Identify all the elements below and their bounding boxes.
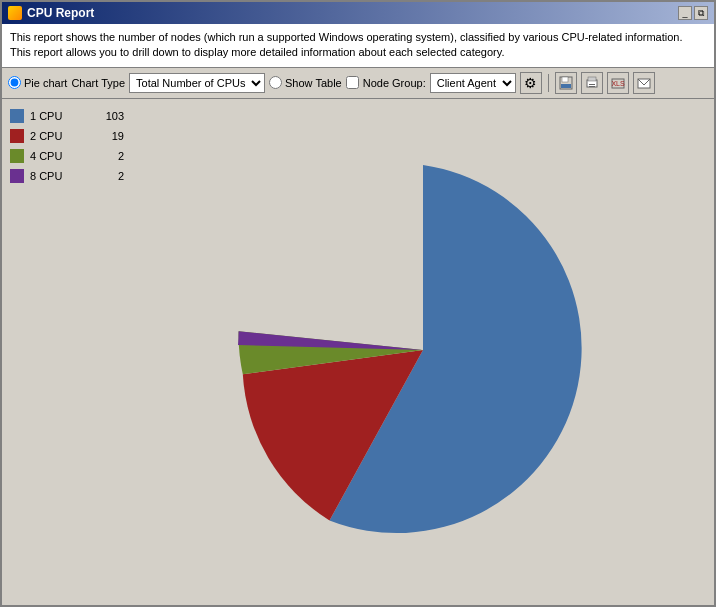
legend-color-2cpu [10, 129, 24, 143]
export-button[interactable]: XLS [607, 72, 629, 94]
title-bar-left: CPU Report [8, 6, 94, 20]
node-group-label: Node Group: [363, 77, 426, 89]
legend-label-2cpu: 2 CPU [30, 130, 93, 142]
save-button[interactable] [555, 72, 577, 94]
content-area: 1 CPU 103 2 CPU 19 4 CPU 2 8 CPU 2 [2, 99, 714, 605]
email-icon [636, 75, 652, 91]
node-group-select[interactable]: Client Agent All Nodes [430, 73, 516, 93]
legend-label-4cpu: 4 CPU [30, 150, 93, 162]
description-text: This report shows the number of nodes (w… [2, 24, 714, 68]
window-icon [8, 6, 22, 20]
legend-label-1cpu: 1 CPU [30, 110, 93, 122]
svg-rect-6 [589, 86, 595, 87]
main-window: CPU Report _ ⧉ This report shows the num… [0, 0, 716, 607]
legend-value-1cpu: 103 [99, 110, 124, 122]
pie-chart-radio[interactable] [8, 76, 21, 89]
title-bar: CPU Report _ ⧉ [2, 2, 714, 24]
email-button[interactable] [633, 72, 655, 94]
pie-chart-radio-group: Pie chart [8, 76, 67, 89]
minimize-button[interactable]: _ [678, 6, 692, 20]
legend-item-8cpu: 8 CPU 2 [10, 169, 124, 183]
show-table-group: Show Table [269, 76, 342, 89]
legend-label-8cpu: 8 CPU [30, 170, 93, 182]
chart-type-select[interactable]: Total Number of CPUs By CPU Speed By CPU… [129, 73, 265, 93]
svg-rect-5 [589, 84, 595, 85]
chart-type-label: Chart Type [71, 77, 125, 89]
pie-chart-svg [233, 155, 613, 545]
legend-color-1cpu [10, 109, 24, 123]
description-content: This report shows the number of nodes (w… [10, 31, 683, 58]
restore-button[interactable]: ⧉ [694, 6, 708, 20]
legend-value-2cpu: 19 [99, 130, 124, 142]
pie-chart-label: Pie chart [24, 77, 67, 89]
legend-color-8cpu [10, 169, 24, 183]
title-bar-controls: _ ⧉ [678, 6, 708, 20]
export-icon: XLS [610, 75, 626, 91]
show-table-label: Show Table [285, 77, 342, 89]
legend-value-4cpu: 2 [99, 150, 124, 162]
print-button[interactable] [581, 72, 603, 94]
settings-icon-btn[interactable]: ⚙ [520, 72, 542, 94]
svg-rect-2 [561, 84, 571, 88]
show-table-radio[interactable] [269, 76, 282, 89]
toolbar-separator [548, 74, 549, 92]
chart-legend: 1 CPU 103 2 CPU 19 4 CPU 2 8 CPU 2 [2, 99, 132, 605]
toolbar: Pie chart Chart Type Total Number of CPU… [2, 68, 714, 99]
window-title: CPU Report [27, 6, 94, 20]
legend-value-8cpu: 2 [99, 170, 124, 182]
pie-chart [233, 155, 613, 548]
save-icon [558, 75, 574, 91]
legend-color-4cpu [10, 149, 24, 163]
legend-item-1cpu: 1 CPU 103 [10, 109, 124, 123]
svg-text:XLS: XLS [611, 80, 625, 87]
chart-area [132, 99, 714, 605]
svg-rect-4 [588, 77, 596, 81]
svg-rect-1 [562, 77, 568, 82]
legend-item-4cpu: 4 CPU 2 [10, 149, 124, 163]
print-icon [584, 75, 600, 91]
node-group-checkbox[interactable] [346, 76, 359, 89]
legend-item-2cpu: 2 CPU 19 [10, 129, 124, 143]
